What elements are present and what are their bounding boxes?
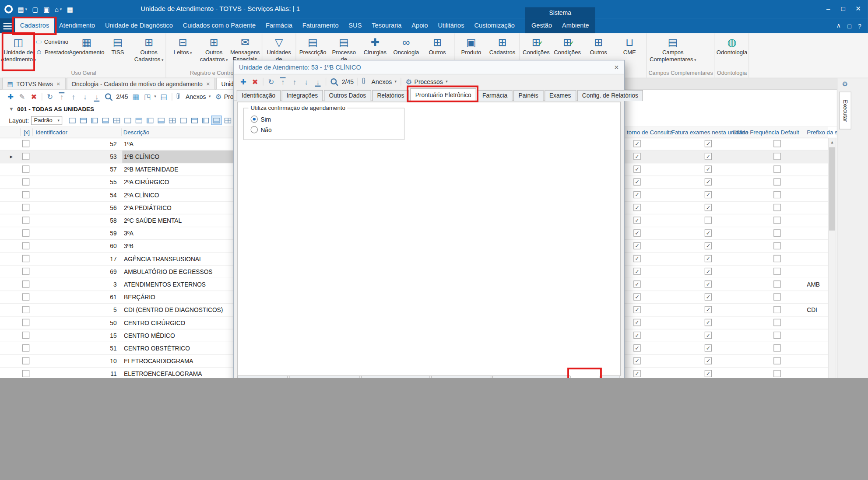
minimize-button[interactable]: – [821, 0, 836, 18]
row-select-checkbox[interactable] [22, 217, 30, 224]
dialog-tab-outros-dados[interactable]: Outros Dados [324, 90, 371, 101]
dialog-subtab-prescricao-medica[interactable]: Prescrição Médica [237, 376, 288, 378]
dialog-subtab-prescricao-de-enfermagem[interactable]: Prescrição de Enfermagem [289, 376, 360, 378]
cell-fatura-checkbox[interactable]: ✓ [705, 280, 712, 288]
ribbon-button-unidade-de-atendimento[interactable]: ◫Unidade de Atendimento▾ [4, 34, 34, 69]
cell-fatura-checkbox[interactable]: ✓ [705, 165, 712, 173]
layout-view-button-3[interactable] [89, 116, 99, 125]
row-select-checkbox[interactable] [22, 165, 30, 173]
dialog-toolbar-paperclip-button[interactable]: Anexos▾ [362, 78, 397, 86]
ribbon-tab-cuidados-com-o-paciente[interactable]: Cuidados com o Paciente [178, 18, 260, 33]
ribbon-tab-ambiente[interactable]: Ambiente [557, 18, 594, 33]
layout-preset-select[interactable]: Padrão ▾ [31, 116, 62, 125]
layout-view-button-12[interactable] [189, 116, 200, 125]
row-select-checkbox[interactable] [22, 280, 30, 288]
toolbar-up-button[interactable]: ↑ [70, 92, 77, 101]
column-header-descricao[interactable]: Descrição [123, 126, 149, 137]
ribbon-button-agendamento[interactable]: ▦Agendamento [72, 34, 102, 69]
ribbon-button-odontologia[interactable]: ◍Odontologia [717, 34, 747, 69]
apps-button[interactable]: ▦ [67, 5, 73, 13]
cell-retorno-checkbox[interactable]: ✓ [633, 370, 641, 377]
dialog-tab-relatorios[interactable]: Relatórios [372, 90, 409, 101]
close-icon[interactable]: ✕ [614, 63, 619, 71]
cell-frequencia-checkbox[interactable] [773, 229, 781, 237]
cell-frequencia-checkbox[interactable] [773, 204, 781, 211]
cell-retorno-checkbox[interactable]: ✓ [633, 179, 641, 186]
cell-fatura-checkbox[interactable]: ✓ [705, 306, 712, 313]
cell-frequencia-checkbox[interactable] [773, 191, 781, 199]
ribbon-button-tiss[interactable]: ▤TISS [103, 34, 133, 69]
cell-fatura-checkbox[interactable]: ✓ [705, 319, 712, 326]
layout-view-button-1[interactable] [67, 116, 77, 125]
dialog-toolbar-down-button[interactable]: ↓ [302, 77, 310, 86]
ribbon-tab-gestao[interactable]: Gestão [527, 18, 557, 33]
cell-retorno-checkbox[interactable]: ✓ [633, 217, 641, 224]
column-header-identificador[interactable]: Identificador [35, 126, 67, 137]
cell-frequencia-checkbox[interactable] [773, 268, 781, 275]
toolbar-delete-button[interactable]: ✖ [30, 92, 38, 101]
ribbon-button-leitos[interactable]: ⊟Leitos▾ [168, 34, 198, 69]
row-select-checkbox[interactable] [22, 344, 30, 352]
cell-frequencia-checkbox[interactable] [773, 242, 781, 250]
ribbon-tab-unidade-de-diagnostico[interactable]: Unidade de Diagnóstico [100, 18, 178, 33]
ribbon-button-convenio[interactable]: ▭Convênio [35, 38, 69, 46]
cell-retorno-checkbox[interactable]: ✓ [633, 268, 641, 275]
scrollbar-thumb[interactable] [829, 147, 835, 230]
cell-frequencia-checkbox[interactable] [773, 344, 781, 352]
scroll-up-icon[interactable]: ▴ [829, 138, 836, 146]
dialog-toolbar-add-button[interactable]: ✚ [239, 77, 247, 86]
cell-frequencia-checkbox[interactable] [773, 293, 781, 301]
cell-frequencia-checkbox[interactable] [773, 332, 781, 339]
cell-fatura-checkbox[interactable]: ✓ [705, 153, 712, 160]
row-select-checkbox[interactable] [22, 357, 30, 364]
home-button[interactable]: ⌂▾ [55, 5, 62, 13]
layout-view-button-9[interactable] [156, 116, 166, 125]
cell-retorno-checkbox[interactable]: ✓ [633, 204, 641, 211]
cell-retorno-checkbox[interactable]: ✓ [633, 140, 641, 147]
layout-view-button-2[interactable] [78, 116, 88, 125]
cell-frequencia-checkbox[interactable] [773, 306, 781, 313]
cell-fatura-checkbox[interactable]: ✓ [705, 344, 712, 352]
toolbar-edit-button[interactable]: ✎ [18, 92, 26, 101]
dialog-toolbar-up-button[interactable]: ↑ [291, 77, 299, 86]
gear-icon[interactable]: ⚙ [842, 80, 848, 88]
toolbar-add-button[interactable]: ✚ [7, 92, 14, 101]
row-select-checkbox[interactable] [22, 242, 30, 250]
ribbon-tab-atendimento[interactable]: Atendimento [54, 18, 100, 33]
dialog-toolbar-search-button[interactable] [330, 78, 338, 86]
cell-retorno-checkbox[interactable]: ✓ [633, 191, 641, 199]
help-button[interactable]: ? [858, 22, 861, 29]
row-select-checkbox[interactable] [22, 255, 30, 263]
layout-view-button-14[interactable] [211, 116, 222, 125]
maximize-button[interactable]: □ [836, 0, 850, 18]
cell-retorno-checkbox[interactable]: ✓ [633, 229, 641, 237]
layout-view-button-10[interactable] [167, 116, 177, 125]
dialog-tab-prontuario-eletronico[interactable]: Prontuário Eletrônico [410, 88, 476, 101]
cell-frequencia-checkbox[interactable] [773, 255, 781, 263]
column-header-select-all[interactable]: [x] [22, 126, 31, 137]
cell-frequencia-checkbox[interactable] [773, 319, 781, 326]
cell-retorno-checkbox[interactable]: ✓ [633, 165, 641, 173]
cell-frequencia-checkbox[interactable] [773, 357, 781, 364]
printer-button[interactable]: ▤▾ [18, 5, 27, 13]
executar-side-tab[interactable]: Executar [839, 91, 851, 129]
dialog-subtab-solicitacao-de-procedimentos[interactable]: Solicitação de procedimentos [492, 376, 569, 378]
dialog-subtab-oncologia[interactable]: Oncologia [570, 375, 601, 378]
cell-retorno-checkbox[interactable]: ✓ [633, 242, 641, 250]
close-tab-icon[interactable]: ✕ [56, 81, 60, 87]
dialog-tab-paineis[interactable]: Painéis [513, 90, 543, 101]
row-select-checkbox[interactable] [22, 191, 30, 199]
row-select-checkbox[interactable] [22, 306, 30, 313]
row-select-checkbox[interactable] [22, 204, 30, 211]
dialog-toolbar-delete-button[interactable]: ✖ [251, 77, 259, 86]
ribbon-button-outros-cadastros[interactable]: ⊞Outros cadastros▾ [199, 34, 229, 69]
layout-view-button-13[interactable] [200, 116, 211, 125]
column-header-retorno-consulta[interactable]: torno de Consulta [627, 126, 673, 137]
cell-retorno-checkbox[interactable]: ✓ [633, 344, 641, 352]
row-select-checkbox[interactable] [22, 140, 30, 147]
cell-fatura-checkbox[interactable]: ✓ [705, 204, 712, 211]
row-select-checkbox[interactable] [22, 332, 30, 339]
ribbon-tab-cadastros[interactable]: Cadastros [15, 18, 54, 33]
cell-retorno-checkbox[interactable]: ✓ [633, 255, 641, 263]
layout-view-button-15[interactable] [222, 116, 233, 125]
